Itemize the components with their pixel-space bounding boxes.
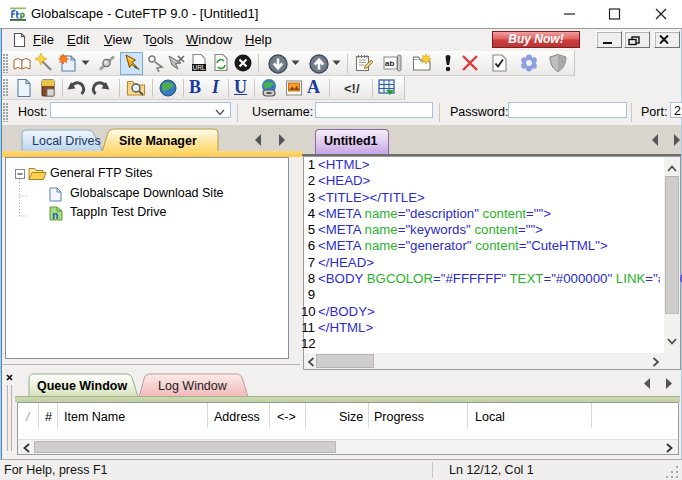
svg-text:n: n <box>52 210 58 221</box>
svg-text:URL: URL <box>192 64 205 71</box>
svg-text:Local Drives: Local Drives <box>32 134 101 148</box>
svg-text:ab: ab <box>385 59 394 68</box>
svg-text:Queue Window: Queue Window <box>37 379 127 393</box>
svg-text:Log Window: Log Window <box>158 379 228 393</box>
svg-text:Site Manager: Site Manager <box>119 134 197 148</box>
